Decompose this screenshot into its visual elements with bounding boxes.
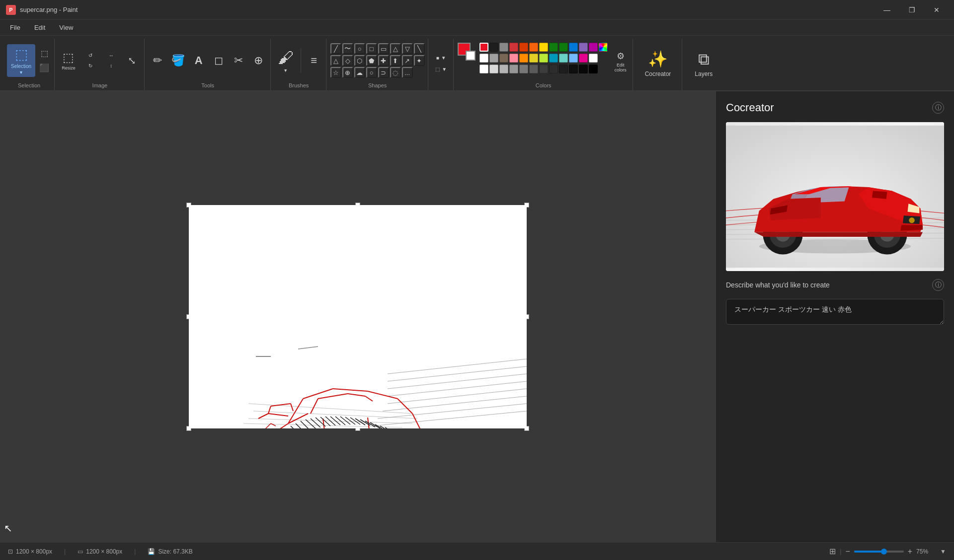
shape-line[interactable]: ╱: [330, 43, 341, 54]
shape-pentagon[interactable]: ⬟: [366, 55, 377, 66]
color-g2[interactable]: [489, 65, 498, 73]
color-g7[interactable]: [539, 65, 548, 73]
canvas-area[interactable]: ↖: [0, 91, 716, 542]
shape-outline-button[interactable]: ⬚ ▼: [432, 65, 450, 74]
menu-view[interactable]: View: [53, 22, 79, 33]
shape-circle[interactable]: ○: [366, 67, 377, 78]
menu-edit[interactable]: Edit: [28, 22, 51, 33]
color-blue[interactable]: [569, 43, 578, 52]
fit-icon[interactable]: ⊞: [829, 547, 836, 556]
shape-arrow-up[interactable]: ⬆: [390, 55, 401, 66]
color-green[interactable]: [549, 43, 558, 52]
magnify-button[interactable]: ⊕: [249, 52, 267, 69]
shape-fill-button[interactable]: ■ ▼: [432, 53, 450, 63]
color-g9[interactable]: [559, 65, 568, 73]
shape-star5[interactable]: ☆: [330, 67, 341, 78]
describe-info-icon[interactable]: ⓘ: [932, 279, 944, 291]
color-pink[interactable]: [509, 54, 518, 63]
color-brown[interactable]: [499, 54, 508, 63]
shape-hexagon[interactable]: ⬡: [354, 55, 365, 66]
shape-triangle-down[interactable]: ▽: [402, 43, 413, 54]
color-g4[interactable]: [509, 65, 518, 73]
shape-rounded-rect[interactable]: ▭: [378, 43, 389, 54]
eraser-button[interactable]: ◻: [210, 52, 228, 69]
color-g6[interactable]: [529, 65, 538, 73]
crop-button[interactable]: ⬚: [37, 47, 51, 60]
color-magenta[interactable]: [589, 43, 598, 52]
shape-star4[interactable]: ✦: [414, 55, 425, 66]
transform-button[interactable]: ⬛: [37, 62, 51, 74]
color-dark-green[interactable]: [559, 43, 568, 52]
zoom-thumb[interactable]: [881, 549, 887, 555]
color-g3[interactable]: [499, 65, 508, 73]
fill-button[interactable]: 🪣: [168, 52, 188, 69]
color-light-blue[interactable]: [569, 54, 578, 63]
color-lime[interactable]: [539, 54, 548, 63]
color-gold[interactable]: [529, 54, 538, 63]
pencil-button[interactable]: ✏: [149, 52, 166, 69]
color-g12[interactable]: [589, 65, 598, 73]
color-light-teal[interactable]: [559, 54, 568, 63]
color2-swatch[interactable]: [466, 51, 476, 61]
cocreator-button[interactable]: ✨ Cocreator: [637, 46, 679, 81]
color-dark-red[interactable]: [509, 43, 518, 52]
color-mid-gray[interactable]: [489, 54, 498, 63]
shape-callout[interactable]: ⊃: [378, 67, 389, 78]
edit-colors-button[interactable]: ⚙ Editcolors: [612, 49, 630, 74]
shape-curve[interactable]: 〜: [342, 43, 353, 54]
shape-rect[interactable]: □: [366, 43, 377, 54]
menu-file[interactable]: File: [4, 22, 26, 33]
color-rainbow[interactable]: [599, 43, 608, 52]
layers-button[interactable]: ⧉ Layers: [686, 46, 721, 81]
color-g5[interactable]: [519, 65, 528, 73]
color-orange[interactable]: [529, 43, 538, 52]
shape-oval[interactable]: ○: [354, 43, 365, 54]
image-adjust-button[interactable]: ⤡: [123, 53, 141, 69]
zoom-slider[interactable]: [854, 551, 904, 553]
color-orange-red[interactable]: [519, 43, 528, 52]
color-red[interactable]: [479, 43, 488, 52]
brush-style-button[interactable]: ≡: [305, 52, 323, 69]
image-resize-button[interactable]: ⬚ Resize: [59, 49, 79, 72]
brushes-button[interactable]: 🖌 ▼: [275, 47, 297, 75]
color-hot-pink[interactable]: [579, 54, 588, 63]
color-teal[interactable]: [549, 54, 558, 63]
minimize-button[interactable]: —: [875, 2, 898, 18]
color-g1[interactable]: [479, 65, 488, 73]
shape-triangle-up[interactable]: △: [390, 43, 401, 54]
color-purple[interactable]: [579, 43, 588, 52]
maximize-button[interactable]: ❐: [900, 2, 923, 18]
flip-h-button[interactable]: ↔: [102, 51, 120, 60]
color-picker-button[interactable]: ✂: [230, 52, 247, 69]
color-white[interactable]: [479, 54, 488, 63]
color-white2[interactable]: [589, 54, 598, 63]
shape-arrow-diag[interactable]: ↗: [402, 55, 413, 66]
color-g10[interactable]: [569, 65, 578, 73]
zoom-in-icon[interactable]: +: [908, 547, 912, 556]
flip-v-button[interactable]: ↕: [102, 62, 120, 70]
shape-line2[interactable]: ╲: [414, 43, 425, 54]
rotate-left-button[interactable]: ↺: [81, 51, 99, 60]
rotate-right-button[interactable]: ↻: [81, 62, 99, 70]
color-g8[interactable]: [549, 65, 558, 73]
text-button[interactable]: A: [190, 52, 208, 69]
shape-diamond[interactable]: ◇: [342, 55, 353, 66]
cocreator-info-button[interactable]: ⓘ: [932, 102, 944, 114]
zoom-out-icon[interactable]: −: [845, 547, 850, 556]
close-button[interactable]: ✕: [925, 2, 948, 18]
color-yellow[interactable]: [539, 43, 548, 52]
selection-button[interactable]: ⬚ Selection ▼: [7, 44, 35, 77]
color-black[interactable]: [489, 43, 498, 52]
zoom-dropdown-icon[interactable]: ▼: [940, 548, 946, 555]
shape-plus[interactable]: ✚: [378, 55, 389, 66]
shape-right-triangle[interactable]: △: [330, 55, 341, 66]
prompt-input[interactable]: [726, 299, 944, 325]
color-g11[interactable]: [579, 65, 588, 73]
shape-oval2[interactable]: ◌: [390, 67, 401, 78]
shape-starburst[interactable]: ⊕: [342, 67, 353, 78]
color-amber[interactable]: [519, 54, 528, 63]
shape-cloud[interactable]: ☁: [354, 67, 365, 78]
color-gray[interactable]: [499, 43, 508, 52]
shape-more[interactable]: ...: [402, 67, 413, 78]
canvas[interactable]: [189, 205, 527, 428]
